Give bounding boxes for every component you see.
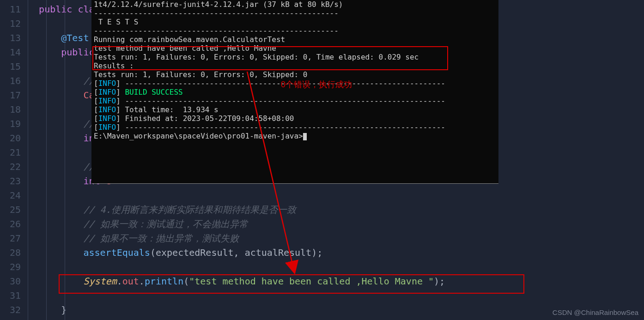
line-number: 16	[0, 74, 21, 88]
line-number: 31	[0, 289, 21, 303]
code-line: // 如果一致：测试通过，不会抛出异常	[28, 217, 644, 231]
line-number: 27	[0, 231, 21, 246]
code-line: }	[28, 303, 644, 317]
terminal-line: Running com.rainbowSea.maven.CalculatorT…	[94, 35, 496, 44]
line-number: 14	[0, 45, 21, 60]
line-number: 11	[0, 2, 21, 17]
terminal-panel[interactable]: 1t4/2.12.4/surefire-junit4-2.12.4.jar (3…	[91, 0, 498, 184]
terminal-line: T E S T S	[94, 18, 496, 26]
line-number: 25	[0, 203, 21, 217]
terminal-line: [INFO] ---------------------------------…	[94, 97, 496, 105]
line-number: 26	[0, 217, 21, 231]
terminal-line: ----------------------------------------…	[94, 9, 496, 18]
watermark-text: CSDN @ChinaRainbowSea	[553, 308, 638, 316]
code-line: assertEquals(expectedResult, actualResul…	[28, 246, 644, 260]
line-gutter: 11 12 13 14 15 16 17 18 19 20 21 22 23 2…	[0, 0, 28, 320]
terminal-line: Tests run: 1, Failures: 0, Errors: 0, Sk…	[94, 70, 496, 79]
code-line	[28, 289, 644, 303]
line-number: 32	[0, 303, 21, 317]
annotation-text: 0个错误，执行成功	[281, 79, 352, 90]
terminal-line: Tests run: 1, Failures: 0, Errors: 0, Sk…	[94, 53, 496, 61]
line-number: 21	[0, 145, 21, 160]
line-number: 20	[0, 131, 21, 145]
line-number: 30	[0, 274, 21, 289]
terminal-line: [INFO] Finished at: 2023-05-22T09:04:58+…	[94, 114, 496, 123]
line-number: 29	[0, 260, 21, 274]
line-number: 12	[0, 17, 21, 31]
terminal-line: Results :	[94, 61, 496, 70]
line-number: 17	[0, 88, 21, 103]
code-line	[28, 188, 644, 203]
terminal-prompt: E:\Maven_workspane\spaceVideo\pro01-mave…	[94, 132, 496, 140]
code-line: // 4.使用断言来判断实际结果和期待结果是否一致	[28, 203, 644, 217]
code-line: // 如果不一致：抛出异常，测试失败	[28, 231, 644, 246]
terminal-line: [INFO] ---------------------------------…	[94, 123, 496, 132]
line-number: 24	[0, 188, 21, 203]
line-number: 19	[0, 117, 21, 131]
line-number: 13	[0, 31, 21, 45]
terminal-line: ----------------------------------------…	[94, 26, 496, 35]
terminal-line: [INFO] Total time: 13.934 s	[94, 105, 496, 114]
line-number: 23	[0, 174, 21, 188]
code-line: System.out.println("test method have bee…	[28, 274, 644, 289]
line-number: 28	[0, 246, 21, 260]
code-line	[28, 260, 644, 274]
terminal-line: 1t4/2.12.4/surefire-junit4-2.12.4.jar (3…	[94, 0, 496, 9]
line-number: 18	[0, 103, 21, 117]
line-number: 15	[0, 60, 21, 74]
cursor-icon	[303, 133, 307, 140]
terminal-line: test method have been called ,Hello Mavn…	[94, 44, 496, 53]
line-number: 22	[0, 160, 21, 174]
